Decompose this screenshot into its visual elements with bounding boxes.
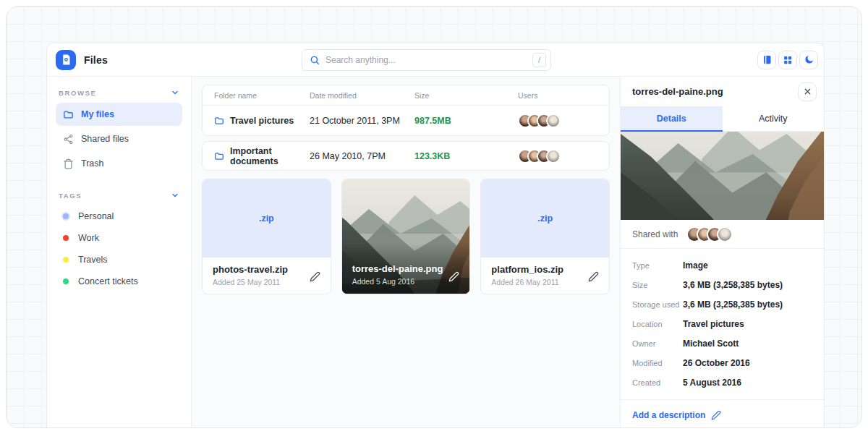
file-card-photos-travel-zip[interactable]: .zip photos-travel.zip Added 25 May 2011 xyxy=(202,179,331,294)
edit-pencil-icon xyxy=(711,410,721,420)
sidebar-item-my-files[interactable]: My files xyxy=(56,103,182,126)
app-header: Files Search anything... / xyxy=(47,43,824,77)
detail-label: Type xyxy=(632,261,683,270)
sidebar-item-shared-files[interactable]: Shared files xyxy=(56,127,182,150)
details-panel: torres-del-paine.png Details Activity Sh… xyxy=(620,77,824,428)
tags-section-label: TAGS xyxy=(59,192,82,200)
app-title: Files xyxy=(84,54,108,66)
dark-mode-button[interactable] xyxy=(799,51,818,69)
file-cards-grid: .zip photos-travel.zip Added 25 May 2011 xyxy=(202,179,610,294)
image-preview[interactable] xyxy=(621,132,824,220)
detail-value: 3,6 MB (3,258,385 bytes) xyxy=(683,280,783,290)
panel-file-title: torres-del-paine.png xyxy=(632,86,723,97)
sidebar-item-label: Shared files xyxy=(81,134,129,144)
folder-name: Travel pictures xyxy=(230,116,294,126)
users-avatars xyxy=(518,149,609,163)
detail-label: Owner xyxy=(632,339,683,348)
folder-icon xyxy=(63,109,74,120)
tags-section-header[interactable]: TAGS xyxy=(56,190,182,205)
close-panel-button[interactable] xyxy=(798,82,817,101)
tag-item-personal[interactable]: Personal xyxy=(56,205,182,227)
detail-value: Michael Scott xyxy=(683,339,739,349)
trash-icon xyxy=(63,158,74,169)
detail-label: Size xyxy=(632,281,683,289)
tag-color-dot xyxy=(63,278,69,284)
dark-mode-moon-icon xyxy=(804,54,814,65)
detail-label: Storage used xyxy=(632,300,683,309)
table-row-travel-pictures[interactable]: Travel pictures 21 October 2011, 3PM 987… xyxy=(203,106,609,135)
column-header-users: Users xyxy=(518,91,609,100)
zip-preview-area: .zip xyxy=(203,179,331,258)
avatar xyxy=(546,114,561,128)
file-size: 123.3KB xyxy=(414,151,518,161)
tag-color-dot xyxy=(63,213,69,219)
tab-activity[interactable]: Activity xyxy=(723,106,825,132)
column-header-size: Size xyxy=(414,91,518,100)
search-shortcut-badge: / xyxy=(532,53,546,67)
notebook-button[interactable] xyxy=(757,51,776,69)
folders-table-row-card: Important documents 26 May 2010, 7PM 123… xyxy=(202,141,610,171)
desktop-background: Files Search anything... / xyxy=(6,6,862,428)
chevron-down-icon[interactable] xyxy=(171,88,179,97)
file-search-icon xyxy=(60,54,72,66)
share-icon xyxy=(63,134,74,145)
tag-item-concert-tickets[interactable]: Concert tickets xyxy=(56,271,182,292)
avatar xyxy=(546,149,561,163)
tag-label: Travels xyxy=(78,255,108,265)
grid-view-button[interactable] xyxy=(778,51,797,69)
chevron-down-icon[interactable] xyxy=(171,191,179,200)
sidebar-item-trash[interactable]: Trash xyxy=(56,152,182,175)
tag-item-work[interactable]: Work xyxy=(56,227,182,249)
file-name: photos-travel.zip xyxy=(213,264,320,275)
edit-pencil-icon[interactable] xyxy=(448,271,459,282)
file-card-torres-del-paine[interactable]: torres-del-paine.png Added 5 Aug 2016 xyxy=(341,179,471,294)
search-placeholder: Search anything... xyxy=(326,55,532,65)
detail-value: 5 August 2016 xyxy=(683,378,741,388)
grid-view-icon xyxy=(783,55,793,65)
close-icon xyxy=(803,87,812,96)
add-description-button[interactable]: Add a description xyxy=(621,400,824,428)
date-modified: 21 October 2011, 3PM xyxy=(310,116,414,126)
detail-label: Location xyxy=(632,320,683,328)
date-modified: 26 May 2010, 7PM xyxy=(310,151,414,161)
tag-label: Work xyxy=(78,233,99,243)
shared-with-avatars[interactable] xyxy=(686,226,733,242)
table-header: Folder name Date modified Size Users xyxy=(203,85,609,106)
folders-table: Folder name Date modified Size Users Tra… xyxy=(202,85,610,136)
file-added-date: Added 26 May 2011 xyxy=(491,278,599,286)
files-app-window: Files Search anything... / xyxy=(46,43,825,428)
detail-row-modified: Modified 26 October 2016 xyxy=(632,353,812,373)
edit-pencil-icon[interactable] xyxy=(310,271,320,282)
tag-color-dot xyxy=(63,257,69,263)
file-details-list: Type Image Size 3,6 MB (3,258,385 bytes)… xyxy=(621,249,824,396)
detail-value: 3,6 MB (3,258,385 bytes) xyxy=(683,299,783,310)
tab-details[interactable]: Details xyxy=(621,106,723,132)
notebook-icon xyxy=(762,54,773,65)
browse-section-header[interactable]: BROWSE xyxy=(56,87,182,103)
folder-icon xyxy=(214,116,224,126)
detail-value: Travel pictures xyxy=(683,319,744,329)
panel-tabs: Details Activity xyxy=(621,106,824,132)
file-added-date: Added 5 Aug 2016 xyxy=(352,277,443,286)
file-name: torres-del-paine.png xyxy=(352,263,443,274)
table-row-important-documents[interactable]: Important documents 26 May 2010, 7PM 123… xyxy=(203,142,609,170)
zip-badge: .zip xyxy=(537,213,553,224)
add-description-label: Add a description xyxy=(632,410,705,420)
detail-label: Modified xyxy=(632,359,683,367)
app-logo[interactable] xyxy=(56,50,76,70)
file-card-platform-ios-zip[interactable]: .zip platform_ios.zip Added 26 May 2011 xyxy=(480,179,610,294)
detail-value: Image xyxy=(683,260,708,271)
detail-value: 26 October 2016 xyxy=(683,358,750,368)
column-header-date-modified: Date modified xyxy=(310,91,414,100)
zip-preview-area: .zip xyxy=(481,179,609,258)
edit-pencil-icon[interactable] xyxy=(588,271,599,282)
tag-item-travels[interactable]: Travels xyxy=(56,249,182,271)
tag-label: Personal xyxy=(78,211,114,221)
file-size: 987.5MB xyxy=(414,116,518,126)
search-input[interactable]: Search anything... / xyxy=(302,49,551,71)
column-header-folder-name: Folder name xyxy=(203,91,310,100)
main-content: Folder name Date modified Size Users Tra… xyxy=(192,77,620,428)
detail-row-size: Size 3,6 MB (3,258,385 bytes) xyxy=(632,275,812,294)
tag-color-dot xyxy=(63,235,69,241)
file-added-date: Added 25 May 2011 xyxy=(213,278,320,286)
